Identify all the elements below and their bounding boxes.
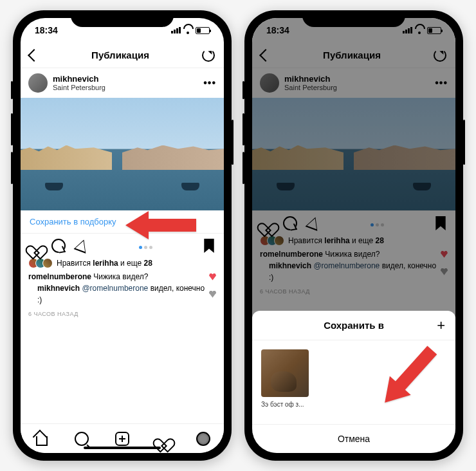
post-username[interactable]: mikhnevich (284, 74, 430, 84)
annotation-arrow (125, 207, 196, 246)
commenter-1[interactable]: romelnumberone (28, 272, 91, 281)
bookmark-icon[interactable] (202, 239, 216, 253)
profile-icon[interactable] (196, 432, 210, 446)
carousel-dots (371, 223, 384, 226)
back-icon[interactable] (259, 49, 272, 62)
post-location[interactable]: Saint Petersburg (53, 84, 198, 92)
comment-like-icon[interactable] (441, 268, 448, 275)
collection-item[interactable]: Зэ бэст оф з... (261, 349, 309, 415)
avatar[interactable] (28, 73, 48, 93)
battery-icon (196, 27, 210, 34)
status-time: 18:34 (35, 25, 58, 35)
wifi-icon (415, 27, 425, 34)
bookmark-icon[interactable] (434, 216, 448, 230)
comment-like-icon[interactable] (209, 291, 216, 298)
page-title: Публикация (323, 50, 381, 60)
like-icon[interactable] (260, 216, 274, 230)
share-icon[interactable] (304, 214, 322, 232)
avatar[interactable] (260, 73, 279, 93)
nav-bar: Публикация (21, 42, 224, 68)
activity-icon[interactable] (156, 432, 170, 446)
refresh-icon[interactable] (434, 49, 446, 62)
comment-icon[interactable] (51, 239, 66, 253)
search-icon[interactable] (75, 432, 89, 446)
post-photo[interactable] (252, 98, 455, 210)
commenter-2[interactable]: mikhnevich (37, 284, 80, 293)
commenter-2[interactable]: mikhnevich (269, 261, 311, 270)
status-bar: 18:34 (21, 18, 224, 42)
comment-icon[interactable] (283, 216, 297, 230)
more-icon[interactable]: ••• (435, 77, 448, 89)
battery-icon (427, 27, 441, 34)
comment-like-icon[interactable] (209, 273, 216, 281)
wifi-icon (183, 27, 193, 34)
post-timestamp: 6 ЧАСОВ НАЗАД (21, 308, 224, 320)
post-location[interactable]: Saint Petersburg (284, 84, 430, 92)
carousel-dots (139, 246, 152, 249)
comment-like-icon[interactable] (441, 251, 448, 258)
status-time: 18:34 (266, 25, 289, 35)
post-timestamp: 6 ЧАСОВ НАЗАД (252, 286, 455, 297)
nav-bar: Публикация (252, 42, 455, 68)
status-bar: 18:34 (252, 18, 455, 42)
share-icon[interactable] (73, 237, 91, 255)
sheet-title: Сохранить в (324, 320, 384, 331)
commenter-1[interactable]: romelnumberone (260, 250, 323, 259)
post-photo[interactable] (21, 98, 224, 210)
svg-marker-1 (374, 341, 443, 412)
new-post-icon[interactable] (115, 432, 129, 446)
post-username[interactable]: mikhnevich (53, 74, 198, 84)
save-to-collection-link[interactable]: Сохранить в подборку (30, 217, 116, 226)
signal-icon (403, 27, 412, 33)
more-icon[interactable]: ••• (203, 77, 216, 89)
home-icon[interactable] (34, 432, 48, 446)
svg-marker-0 (125, 211, 196, 239)
signal-icon (171, 27, 181, 33)
collection-label: Зэ бэст оф з... (261, 401, 309, 408)
annotation-arrow (373, 341, 444, 414)
back-icon[interactable] (28, 49, 41, 62)
cancel-button[interactable]: Отмена (252, 424, 455, 453)
page-title: Публикация (91, 50, 149, 60)
refresh-icon[interactable] (202, 49, 215, 62)
collection-thumb (261, 349, 309, 397)
add-collection-icon[interactable]: + (437, 317, 445, 334)
likes-row[interactable]: Нравится lerihha и еще 28 (252, 236, 455, 246)
likes-row[interactable]: Нравится lerihha и еще 28 (21, 258, 224, 268)
like-icon[interactable] (28, 239, 42, 253)
